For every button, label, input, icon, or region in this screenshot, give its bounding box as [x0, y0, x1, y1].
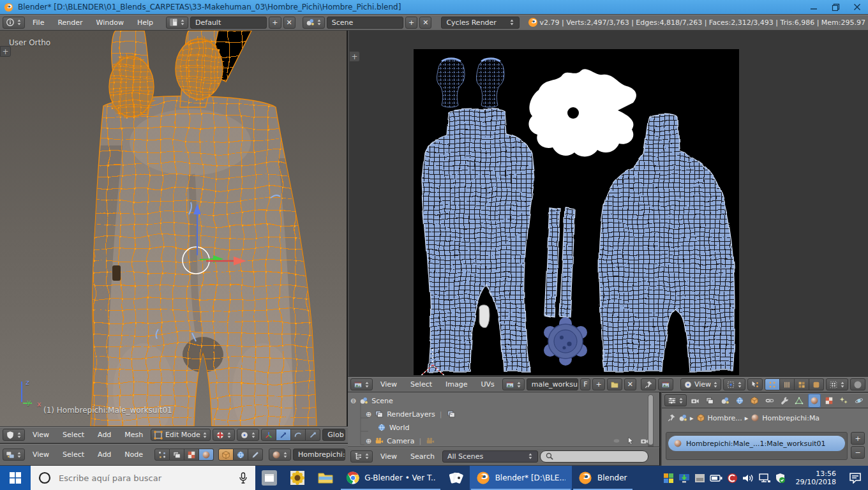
uv-select-island-button[interactable] — [809, 378, 824, 390]
taskbar-app-solitaire[interactable] — [442, 466, 470, 490]
menu-window[interactable]: Window — [91, 19, 130, 27]
outliner[interactable]: ⊖ Scene ⊕ RenderLayers | World ⊕ Camera … — [348, 392, 661, 447]
image-painting-button[interactable] — [658, 378, 673, 390]
ccleaner-icon[interactable] — [727, 473, 738, 484]
uv-pivot-select[interactable]: View — [680, 378, 721, 390]
window-title-bar[interactable]: Blender* [D:\BLENDER\01_Blends_CARPETAS\… — [0, 0, 868, 14]
tab-world[interactable] — [733, 394, 746, 408]
tree-type-shader-button[interactable] — [199, 449, 214, 461]
manipulator-rotate-button[interactable] — [291, 429, 306, 441]
collapse-icon[interactable]: ⊖ — [350, 397, 356, 405]
material-slot-row[interactable]: Hombrepichi:Male_...1:Male_worksuit01 — [668, 436, 845, 451]
outliner-row-camera[interactable]: ⊕ Camera | — [366, 434, 435, 447]
taskbar-app-explorer[interactable] — [311, 466, 340, 490]
layout-add-button[interactable]: + — [269, 17, 281, 29]
scene-add-button[interactable]: + — [405, 17, 417, 29]
defender-shield-icon[interactable] — [775, 473, 786, 484]
expand-icon[interactable]: ⊕ — [366, 437, 371, 445]
region-expand-tab[interactable]: + — [349, 51, 360, 62]
avg-tray-icon[interactable] — [663, 473, 674, 484]
tree-type-nodes-button[interactable] — [154, 449, 170, 461]
taskbar-app-blender-2[interactable]: Blender — [572, 466, 634, 490]
image-browse-button[interactable] — [502, 378, 525, 390]
menu-view[interactable]: View — [27, 431, 55, 439]
menu-view[interactable]: View — [375, 452, 403, 461]
uv-image-editor[interactable]: + — [349, 31, 868, 376]
viewport-shading-select[interactable] — [213, 429, 235, 441]
shader-linestyle-button[interactable] — [248, 449, 263, 461]
slot-add-button[interactable]: + — [851, 432, 865, 445]
tab-render[interactable] — [689, 394, 701, 408]
taskbar-clock[interactable]: 13:56 29/10/2018 — [789, 466, 842, 490]
microphone-icon[interactable] — [239, 472, 248, 484]
transform-orientation-select[interactable]: Glob — [322, 429, 345, 441]
taskbar-app-photos[interactable] — [283, 466, 311, 490]
tab-scene[interactable] — [719, 394, 731, 408]
shader-object-button[interactable] — [218, 449, 234, 461]
editor-type-3dview-button[interactable] — [3, 429, 25, 441]
tab-texture[interactable] — [823, 394, 835, 408]
display-filter-select[interactable]: All Scenes — [442, 450, 538, 463]
close-button[interactable] — [846, 0, 868, 14]
region-expand-tab[interactable]: + — [0, 46, 11, 57]
manipulator-translate-button[interactable] — [276, 429, 291, 441]
taskbar-app-blender-active[interactable]: Blender* [D:\BLE... — [470, 466, 572, 490]
outliner-scrollbar[interactable] — [648, 394, 654, 447]
tab-render-layers[interactable] — [703, 394, 716, 408]
sticky-selection-select[interactable] — [826, 378, 848, 390]
uv-select-face-button[interactable] — [795, 378, 809, 390]
scene-delete-button[interactable]: ✕ — [419, 17, 431, 29]
layout-delete-button[interactable]: ✕ — [283, 17, 296, 29]
outliner-item-label[interactable]: Scene — [371, 397, 393, 405]
menu-view[interactable]: View — [375, 380, 403, 389]
menu-file[interactable]: File — [27, 19, 50, 27]
task-view-button[interactable] — [255, 466, 283, 490]
editor-type-properties-button[interactable] — [664, 394, 687, 406]
volume-icon[interactable] — [742, 473, 754, 483]
viewport-3d[interactable]: User Ortho + z y x (1) Hombrepichi:Male_… — [0, 31, 348, 426]
image-pin-button[interactable] — [641, 378, 656, 390]
image-unlink-button[interactable]: ✕ — [624, 378, 636, 390]
editor-type-outliner-button[interactable] — [350, 450, 373, 463]
material-browse-button[interactable] — [269, 449, 291, 461]
editor-type-node-button[interactable] — [3, 449, 25, 461]
menu-add[interactable]: Add — [92, 450, 117, 459]
breadcrumb-object[interactable]: Hombre... — [708, 414, 742, 422]
outliner-row-world[interactable]: World — [377, 421, 410, 434]
tree-type-compositing-button[interactable] — [170, 449, 184, 461]
image-open-button[interactable] — [607, 378, 622, 390]
pivot-point-select[interactable] — [237, 429, 259, 441]
uv-select-vertex-button[interactable] — [765, 378, 780, 390]
battery-icon[interactable] — [710, 474, 722, 482]
scene-browse-button[interactable] — [303, 17, 325, 29]
tab-particles[interactable] — [837, 394, 850, 408]
minimize-button[interactable] — [803, 0, 825, 14]
menu-search[interactable]: Search — [405, 452, 440, 461]
menu-image[interactable]: Image — [440, 380, 473, 389]
menu-select[interactable]: Select — [405, 380, 438, 389]
interaction-mode-select[interactable]: Edit Mode — [151, 429, 211, 441]
menu-add[interactable]: Add — [92, 431, 117, 439]
menu-uvs[interactable]: UVs — [475, 380, 500, 389]
tab-material[interactable] — [808, 394, 821, 408]
scene-name-field[interactable]: Scene — [327, 17, 403, 29]
snap-target-select[interactable] — [723, 378, 745, 390]
image-new-button[interactable]: + — [592, 378, 604, 390]
menu-node[interactable]: Node — [119, 450, 149, 459]
screen-layout-name-field[interactable]: Default — [190, 17, 267, 29]
editor-type-image-button[interactable] — [350, 378, 373, 390]
start-button[interactable] — [0, 466, 31, 490]
expand-icon[interactable]: ⊕ — [366, 410, 371, 419]
restrict-select-cursor-icon[interactable] — [626, 436, 635, 445]
outliner-row-scene[interactable]: ⊖ Scene — [350, 394, 393, 407]
action-center-button[interactable] — [842, 466, 868, 490]
properties-editor[interactable]: ▸ Hombre... ▸ Hombrepichi:Ma Hombrepichi… — [662, 392, 868, 466]
outliner-row-renderlayers[interactable]: ⊕ RenderLayers | — [366, 408, 456, 420]
search-input[interactable] — [57, 473, 232, 484]
tab-modifiers[interactable] — [778, 394, 791, 408]
menu-help[interactable]: Help — [131, 19, 159, 27]
app-window-tray-icon[interactable] — [694, 473, 705, 483]
info-editor-type-button[interactable] — [3, 17, 25, 29]
outliner-restrict-columns[interactable] — [612, 434, 649, 447]
fake-user-button[interactable]: F — [580, 378, 590, 390]
